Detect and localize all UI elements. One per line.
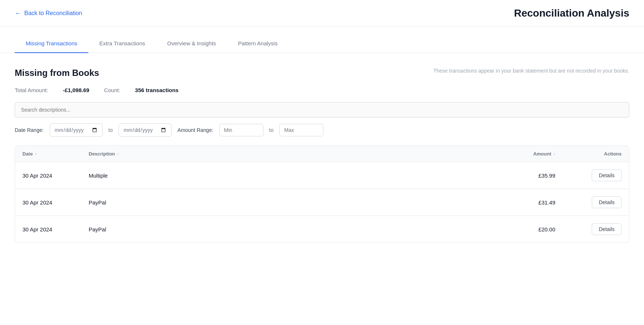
tab-overview-insights[interactable]: Overview & Insights [156, 34, 227, 53]
row-description: PayPal [81, 216, 489, 243]
table-header-row: Date ↕ Description ↕ Amount ↕ [15, 146, 629, 162]
row-actions: Details [563, 189, 629, 216]
details-button[interactable]: Details [592, 196, 622, 208]
transactions-table-container: Date ↕ Description ↕ Amount ↕ [15, 146, 629, 243]
count-label: Count: [104, 87, 120, 93]
section-description: These transactions appear in your bank s… [434, 68, 629, 74]
amount-range-to-text: to [269, 127, 274, 133]
total-amount-value: -£1,098.69 [63, 87, 89, 93]
filters-row: Date Range: to Amount Range: to [15, 123, 629, 137]
tabs-container: Missing Transactions Extra Transactions … [0, 34, 644, 53]
row-date: 30 Apr 2024 [15, 189, 81, 216]
tab-extra-transactions[interactable]: Extra Transactions [88, 34, 156, 53]
sort-date[interactable]: Date ↕ [22, 151, 37, 157]
sort-amount-icon: ↕ [553, 152, 555, 156]
page-header: ← Back to Reconciliation Reconciliation … [0, 0, 644, 27]
main-content: Missing from Books These transactions ap… [0, 53, 644, 258]
search-input[interactable] [15, 102, 629, 118]
back-to-reconciliation-link[interactable]: ← Back to Reconciliation [15, 10, 82, 17]
col-header-description: Description ↕ [81, 146, 489, 162]
row-amount: £20.00 [489, 216, 563, 243]
sort-date-icon: ↕ [35, 152, 37, 156]
amount-max-input[interactable] [279, 124, 323, 136]
transactions-table: Date ↕ Description ↕ Amount ↕ [15, 146, 629, 242]
row-description: PayPal [81, 189, 489, 216]
section-title: Missing from Books [15, 68, 99, 78]
col-header-date: Date ↕ [15, 146, 81, 162]
section-heading: Missing from Books [15, 68, 99, 78]
col-header-amount: Amount ↕ [489, 146, 563, 162]
section-header: Missing from Books These transactions ap… [15, 68, 629, 78]
row-amount: £35.99 [489, 162, 563, 189]
details-button[interactable]: Details [592, 170, 622, 181]
amount-min-input[interactable] [219, 124, 263, 136]
row-actions: Details [563, 162, 629, 189]
back-link-label: Back to Reconciliation [24, 10, 82, 17]
table-body: 30 Apr 2024 Multiple £35.99 Details 30 A… [15, 162, 629, 243]
page-title: Reconciliation Analysis [514, 7, 629, 19]
tab-pattern-analysis[interactable]: Pattern Analysis [227, 34, 289, 53]
sort-description-icon: ↕ [117, 152, 119, 156]
count-value: 356 transactions [135, 87, 178, 93]
table-row: 30 Apr 2024 PayPal £31.49 Details [15, 189, 629, 216]
table-row: 30 Apr 2024 Multiple £35.99 Details [15, 162, 629, 189]
details-button[interactable]: Details [592, 223, 622, 235]
table-header: Date ↕ Description ↕ Amount ↕ [15, 146, 629, 162]
col-header-actions: Actions [563, 146, 629, 162]
sort-description[interactable]: Description ↕ [89, 151, 119, 157]
amount-range-label: Amount Range: [177, 127, 213, 133]
tab-missing-transactions[interactable]: Missing Transactions [15, 34, 88, 53]
table-row: 30 Apr 2024 PayPal £20.00 Details [15, 216, 629, 243]
search-container [15, 102, 629, 118]
row-date: 30 Apr 2024 [15, 162, 81, 189]
date-range-label: Date Range: [15, 127, 44, 133]
sort-amount[interactable]: Amount ↕ [533, 151, 555, 157]
summary-row: Total Amount: -£1,098.69 Count: 356 tran… [15, 87, 629, 93]
tabs-list: Missing Transactions Extra Transactions … [15, 34, 629, 53]
row-amount: £31.49 [489, 189, 563, 216]
row-date: 30 Apr 2024 [15, 216, 81, 243]
date-to-input[interactable] [118, 123, 171, 137]
row-actions: Details [563, 216, 629, 243]
date-range-to-text: to [109, 127, 113, 133]
total-amount-label: Total Amount: [15, 87, 48, 93]
date-from-input[interactable] [50, 123, 103, 137]
row-description: Multiple [81, 162, 489, 189]
back-arrow-icon: ← [15, 10, 21, 17]
